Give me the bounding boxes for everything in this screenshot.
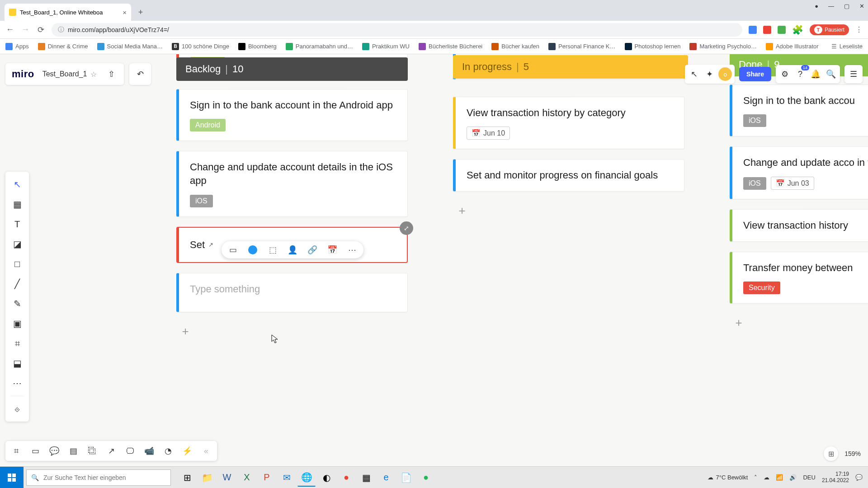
assignee-icon[interactable]: 👤 [287,244,298,256]
chrome-menu-icon[interactable]: ⋮ [855,25,863,34]
pen-tool[interactable]: ✎ [8,295,26,313]
app-icon[interactable]: ● [337,469,355,487]
card-title[interactable]: Set [190,239,205,251]
notepad-icon[interactable]: 📄 [397,469,415,487]
activity-icon[interactable]: ☰ [847,68,860,80]
minimize-icon[interactable]: — [828,3,834,9]
reading-list[interactable]: ☰Leseliste [831,43,863,50]
ext-icon-1[interactable] [749,26,757,34]
cards-icon[interactable]: ▤ [66,444,80,458]
tray-chevron-icon[interactable]: ˄ [754,474,757,481]
weather-widget[interactable]: ☁ 7°C Bewölkt [708,474,748,481]
card-transfer-money[interactable]: Transfer money between Security [730,252,868,304]
reactions-icon[interactable]: ✦ [703,68,716,80]
profile-chip[interactable]: T Pausiert [810,24,849,35]
inprogress-header[interactable]: In progress|5 [453,55,688,79]
select-tool[interactable]: ↖ [8,175,26,193]
frames-icon[interactable]: ⌗ [9,444,24,458]
sticky-tool[interactable]: ◪ [8,235,26,253]
apps-tool[interactable]: ⟐ [8,400,26,418]
extensions-puzzle-icon[interactable]: 🧩 [792,24,803,35]
language-indicator[interactable]: DEU [803,474,815,481]
card-change-ios-done[interactable]: Change and update acco in the iOS app iO… [730,146,868,199]
present-icon[interactable]: ▭ [28,444,42,458]
bookmark-item[interactable]: Bloomberg [238,43,277,50]
tag-security[interactable]: Security [743,282,780,294]
link-icon[interactable]: 🔗 [307,244,318,256]
bookmark-item[interactable]: Dinner & Crime [38,43,88,50]
add-card-button[interactable]: + [453,202,471,220]
url-input[interactable]: ⓘ miro.com/app/board/uXjVOeTrz74=/ [52,23,742,37]
bookmark-item[interactable]: Photoshop lernen [625,43,681,50]
bookmark-item[interactable]: Personal Finance K… [548,43,615,50]
browser-tab[interactable]: Test_Board_1, Online Whiteboa × [5,4,131,21]
maximize-icon[interactable]: ▢ [844,3,849,9]
add-card-button[interactable]: + [176,322,194,340]
share-button[interactable]: Share [739,67,771,81]
map-icon[interactable]: ⊞ [824,446,838,461]
search-icon[interactable]: 🔍 [825,68,837,80]
onedrive-icon[interactable]: ☁ [764,474,769,481]
card-placeholder[interactable]: Type something [190,282,396,296]
ext-icon-3[interactable] [778,26,786,34]
bookmark-item[interactable]: Bücherliste Bücherei [419,43,482,50]
new-tab-button[interactable]: + [134,5,147,19]
comment-tool[interactable]: ⬓ [8,354,26,372]
date-chip[interactable]: 📅 Jun 10 [467,127,510,140]
frame-tool[interactable]: ▣ [8,314,26,333]
app-icon[interactable]: ▦ [357,469,375,487]
screen-icon[interactable]: 🖵 [123,444,137,458]
bookmark-item[interactable]: Bücher kaufen [491,43,539,50]
tag-icon[interactable]: ⬚ [267,244,278,256]
app-icon[interactable]: ◐ [317,469,335,487]
resize-icon[interactable]: ↗ [208,241,213,248]
board-name[interactable]: Test_Board_1 ☆ [42,70,97,79]
add-card-button[interactable]: + [730,314,748,332]
bookmark-item[interactable]: Praktikum WU [362,43,410,50]
chrome-icon[interactable]: 🌐 [297,469,316,487]
ext-icon-2[interactable] [763,26,771,34]
word-icon[interactable]: W [218,469,236,487]
task-view-icon[interactable]: ⊞ [178,469,196,487]
record-icon[interactable]: 📹 [142,444,156,458]
undo-icon[interactable]: ↶ [134,68,146,80]
bookmark-item[interactable]: B100 schöne Dinge [172,43,229,50]
shape-tool[interactable]: □ [8,255,26,273]
card-change-ios[interactable]: Change and update account details in the… [176,151,408,216]
windows-search[interactable]: 🔍 Zur Suche Text hier eingeben [26,469,171,486]
color-picker[interactable] [247,244,259,256]
mail-icon[interactable]: ✉ [278,469,296,487]
export-icon[interactable]: ⇧ [105,68,118,80]
collapse-bottom-icon[interactable]: « [199,444,213,458]
card-signin-android[interactable]: Sign in to the bank account in the Andro… [176,89,408,141]
settings-icon[interactable]: ⚙ [778,68,791,80]
cursor-icon[interactable]: ↖ [688,68,700,80]
export2-icon[interactable]: ↗ [104,444,118,458]
clock[interactable]: 17:19 21.04.2022 [822,471,849,483]
bookmark-apps[interactable]: Apps [5,43,29,50]
spotify-icon[interactable]: ● [417,469,435,487]
edge-icon[interactable]: e [377,469,395,487]
explorer-icon[interactable]: 📁 [198,469,216,487]
zoom-level[interactable]: 159% [844,450,861,457]
date-chip[interactable]: 📅 Jun 03 [771,177,814,190]
tag-android[interactable]: Android [190,119,226,131]
bookmark-item[interactable]: Adobe Illustrator [766,43,819,50]
card-empty[interactable]: Type something [176,273,408,313]
text-tool[interactable]: T [8,215,26,233]
forward-icon[interactable]: → [21,25,30,34]
star-icon[interactable]: ☆ [90,70,97,79]
presence-avatar[interactable]: o [718,67,732,81]
card-style-icon[interactable]: ▭ [227,244,239,256]
miro-canvas-area[interactable]: miro Test_Board_1 ☆ ⇧ ↶ ↖ ✦ o Share ⚙ ? [0,54,868,466]
tag-ios[interactable]: iOS [743,114,766,127]
close-icon[interactable]: ✕ [859,3,864,9]
powerpoint-icon[interactable]: P [258,469,276,487]
miro-logo[interactable]: miro [12,68,34,80]
card-financial-goals[interactable]: Set and monitor progress on financial go… [453,159,684,192]
bolt-icon[interactable]: ⚡ [180,444,194,458]
wifi-icon[interactable]: 📶 [776,474,783,481]
card-view-history-done[interactable]: View transaction history [730,209,868,242]
date-icon[interactable]: 📅 [326,244,338,256]
card-transaction-history[interactable]: View transaction history by category 📅 J… [453,97,684,150]
